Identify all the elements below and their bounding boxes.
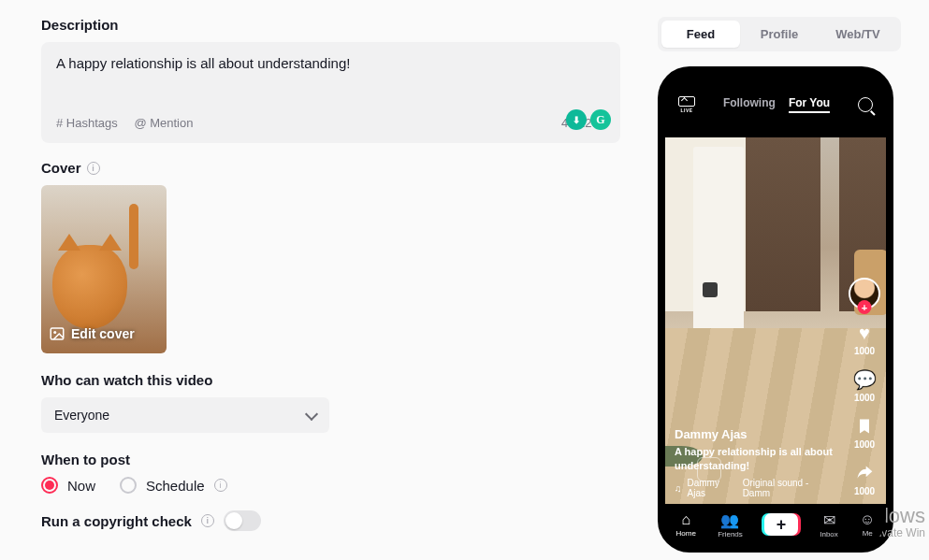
- cover-title: Cover i: [41, 160, 620, 176]
- comment-count: 1000: [854, 393, 875, 403]
- nav-friends: 👥Friends: [718, 511, 743, 538]
- radio-now[interactable]: Now: [41, 477, 95, 494]
- description-box[interactable]: A happy relationship is all about unders…: [41, 42, 620, 143]
- info-icon[interactable]: i: [87, 162, 100, 175]
- search-icon: [858, 97, 873, 112]
- save-count: 1000: [854, 439, 875, 450]
- preview-caption: A happy relationship is all about unders…: [675, 445, 834, 472]
- svg-point-1: [53, 331, 56, 334]
- image-icon: [49, 325, 65, 342]
- tab-feed[interactable]: Feed: [661, 21, 740, 48]
- svg-rect-0: [51, 328, 64, 339]
- tab-profile[interactable]: Profile: [740, 21, 819, 48]
- radio-now-indicator: [41, 477, 58, 494]
- visibility-title: Who can watch this video: [41, 372, 620, 388]
- cover-thumbnail[interactable]: Edit cover: [41, 185, 167, 353]
- share-count: 1000: [854, 486, 875, 496]
- phone-tab-following: Following: [723, 96, 776, 113]
- phone-tab-foryou: For You: [789, 96, 830, 113]
- live-icon: LIVE: [678, 96, 695, 113]
- radio-schedule-indicator: [120, 477, 137, 494]
- share-icon: [852, 461, 877, 485]
- preview-tabs: Feed Profile Web/TV: [658, 17, 901, 51]
- nav-inbox: ✉Inbox: [820, 511, 838, 538]
- tab-webtv[interactable]: Web/TV: [819, 21, 897, 48]
- like-count: 1000: [854, 346, 875, 356]
- copyright-title: Run a copyright check: [41, 513, 192, 529]
- preview-sound: ♫ Dammy Ajas Original sound - Damm: [675, 478, 834, 498]
- copyright-toggle[interactable]: [224, 510, 261, 531]
- grammarly-badge[interactable]: [590, 109, 611, 130]
- avatar: [849, 278, 880, 309]
- when-to-post-title: When to post: [41, 452, 620, 467]
- comment-icon: 💬: [852, 367, 877, 392]
- info-icon[interactable]: i: [201, 514, 214, 527]
- description-title: Description: [41, 17, 620, 33]
- radio-schedule[interactable]: Schedule i: [120, 477, 227, 494]
- preview-username: Dammy Ajas: [675, 427, 834, 441]
- nav-create: +: [764, 513, 798, 536]
- phone-preview: LIVE Following For You: [658, 66, 893, 553]
- nav-home: ⌂Home: [676, 511, 696, 538]
- visibility-selected: Everyone: [54, 408, 109, 423]
- save-icon: [852, 414, 877, 438]
- chevron-down-icon: [305, 407, 318, 420]
- mention-button[interactable]: @ Mention: [134, 116, 193, 130]
- edit-cover-button[interactable]: Edit cover: [49, 325, 135, 342]
- info-icon[interactable]: i: [214, 479, 227, 492]
- phone-notch: [731, 74, 820, 94]
- hashtags-button[interactable]: # Hashtags: [56, 116, 118, 130]
- description-text[interactable]: A happy relationship is all about unders…: [56, 55, 605, 71]
- like-icon: ♥: [852, 321, 877, 345]
- nav-me: ☺Me: [860, 511, 875, 538]
- green-download-badge[interactable]: [566, 109, 587, 130]
- visibility-select[interactable]: Everyone: [41, 397, 329, 433]
